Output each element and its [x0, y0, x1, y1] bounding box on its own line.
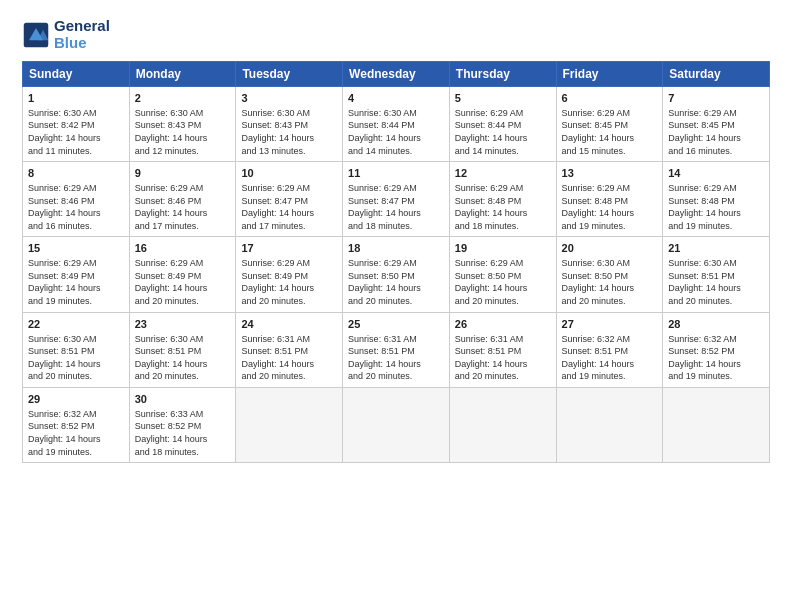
calendar-cell	[556, 387, 663, 462]
day-number: 16	[135, 241, 231, 256]
day-header-sunday: Sunday	[23, 62, 130, 87]
day-info: Sunrise: 6:29 AM Sunset: 8:48 PM Dayligh…	[455, 182, 551, 232]
day-header-monday: Monday	[129, 62, 236, 87]
calendar-cell: 7Sunrise: 6:29 AM Sunset: 8:45 PM Daylig…	[663, 87, 770, 162]
day-info: Sunrise: 6:29 AM Sunset: 8:49 PM Dayligh…	[135, 257, 231, 307]
day-info: Sunrise: 6:29 AM Sunset: 8:45 PM Dayligh…	[562, 107, 658, 157]
day-info: Sunrise: 6:30 AM Sunset: 8:51 PM Dayligh…	[28, 333, 124, 383]
day-info: Sunrise: 6:29 AM Sunset: 8:46 PM Dayligh…	[28, 182, 124, 232]
calendar-cell: 11Sunrise: 6:29 AM Sunset: 8:47 PM Dayli…	[343, 162, 450, 237]
calendar-cell: 17Sunrise: 6:29 AM Sunset: 8:49 PM Dayli…	[236, 237, 343, 312]
day-info: Sunrise: 6:29 AM Sunset: 8:48 PM Dayligh…	[562, 182, 658, 232]
calendar-cell: 5Sunrise: 6:29 AM Sunset: 8:44 PM Daylig…	[449, 87, 556, 162]
day-number: 30	[135, 392, 231, 407]
calendar-cell	[236, 387, 343, 462]
calendar-cell: 22Sunrise: 6:30 AM Sunset: 8:51 PM Dayli…	[23, 312, 130, 387]
day-info: Sunrise: 6:29 AM Sunset: 8:48 PM Dayligh…	[668, 182, 764, 232]
calendar-cell	[449, 387, 556, 462]
calendar-cell: 15Sunrise: 6:29 AM Sunset: 8:49 PM Dayli…	[23, 237, 130, 312]
calendar-cell: 8Sunrise: 6:29 AM Sunset: 8:46 PM Daylig…	[23, 162, 130, 237]
logo: General Blue	[22, 18, 110, 51]
calendar-cell: 26Sunrise: 6:31 AM Sunset: 8:51 PM Dayli…	[449, 312, 556, 387]
day-info: Sunrise: 6:31 AM Sunset: 8:51 PM Dayligh…	[241, 333, 337, 383]
day-info: Sunrise: 6:29 AM Sunset: 8:50 PM Dayligh…	[348, 257, 444, 307]
calendar-cell: 12Sunrise: 6:29 AM Sunset: 8:48 PM Dayli…	[449, 162, 556, 237]
calendar-cell: 20Sunrise: 6:30 AM Sunset: 8:50 PM Dayli…	[556, 237, 663, 312]
calendar-cell: 27Sunrise: 6:32 AM Sunset: 8:51 PM Dayli…	[556, 312, 663, 387]
day-number: 27	[562, 317, 658, 332]
day-number: 13	[562, 166, 658, 181]
day-info: Sunrise: 6:32 AM Sunset: 8:52 PM Dayligh…	[668, 333, 764, 383]
calendar-cell: 10Sunrise: 6:29 AM Sunset: 8:47 PM Dayli…	[236, 162, 343, 237]
calendar-cell: 13Sunrise: 6:29 AM Sunset: 8:48 PM Dayli…	[556, 162, 663, 237]
calendar-cell: 16Sunrise: 6:29 AM Sunset: 8:49 PM Dayli…	[129, 237, 236, 312]
day-number: 3	[241, 91, 337, 106]
day-info: Sunrise: 6:30 AM Sunset: 8:44 PM Dayligh…	[348, 107, 444, 157]
day-info: Sunrise: 6:29 AM Sunset: 8:46 PM Dayligh…	[135, 182, 231, 232]
day-info: Sunrise: 6:33 AM Sunset: 8:52 PM Dayligh…	[135, 408, 231, 458]
day-number: 2	[135, 91, 231, 106]
calendar-cell: 28Sunrise: 6:32 AM Sunset: 8:52 PM Dayli…	[663, 312, 770, 387]
day-header-tuesday: Tuesday	[236, 62, 343, 87]
day-info: Sunrise: 6:32 AM Sunset: 8:51 PM Dayligh…	[562, 333, 658, 383]
page: General Blue SundayMondayTuesdayWednesda…	[0, 0, 792, 612]
day-header-friday: Friday	[556, 62, 663, 87]
day-number: 23	[135, 317, 231, 332]
header: General Blue	[22, 18, 770, 51]
day-info: Sunrise: 6:29 AM Sunset: 8:47 PM Dayligh…	[241, 182, 337, 232]
day-info: Sunrise: 6:29 AM Sunset: 8:49 PM Dayligh…	[241, 257, 337, 307]
calendar-cell: 29Sunrise: 6:32 AM Sunset: 8:52 PM Dayli…	[23, 387, 130, 462]
day-info: Sunrise: 6:30 AM Sunset: 8:51 PM Dayligh…	[668, 257, 764, 307]
day-info: Sunrise: 6:31 AM Sunset: 8:51 PM Dayligh…	[455, 333, 551, 383]
day-number: 20	[562, 241, 658, 256]
day-number: 9	[135, 166, 231, 181]
day-number: 18	[348, 241, 444, 256]
calendar-cell	[663, 387, 770, 462]
day-info: Sunrise: 6:30 AM Sunset: 8:43 PM Dayligh…	[135, 107, 231, 157]
day-number: 1	[28, 91, 124, 106]
calendar-cell: 14Sunrise: 6:29 AM Sunset: 8:48 PM Dayli…	[663, 162, 770, 237]
day-number: 26	[455, 317, 551, 332]
day-number: 28	[668, 317, 764, 332]
calendar-cell: 30Sunrise: 6:33 AM Sunset: 8:52 PM Dayli…	[129, 387, 236, 462]
day-header-thursday: Thursday	[449, 62, 556, 87]
day-header-saturday: Saturday	[663, 62, 770, 87]
day-number: 7	[668, 91, 764, 106]
calendar-cell: 1Sunrise: 6:30 AM Sunset: 8:42 PM Daylig…	[23, 87, 130, 162]
calendar-cell: 6Sunrise: 6:29 AM Sunset: 8:45 PM Daylig…	[556, 87, 663, 162]
day-number: 22	[28, 317, 124, 332]
calendar-cell: 23Sunrise: 6:30 AM Sunset: 8:51 PM Dayli…	[129, 312, 236, 387]
day-info: Sunrise: 6:30 AM Sunset: 8:50 PM Dayligh…	[562, 257, 658, 307]
day-info: Sunrise: 6:30 AM Sunset: 8:51 PM Dayligh…	[135, 333, 231, 383]
day-number: 12	[455, 166, 551, 181]
day-number: 15	[28, 241, 124, 256]
calendar: SundayMondayTuesdayWednesdayThursdayFrid…	[22, 61, 770, 463]
calendar-cell: 4Sunrise: 6:30 AM Sunset: 8:44 PM Daylig…	[343, 87, 450, 162]
day-number: 5	[455, 91, 551, 106]
day-info: Sunrise: 6:30 AM Sunset: 8:42 PM Dayligh…	[28, 107, 124, 157]
day-info: Sunrise: 6:29 AM Sunset: 8:49 PM Dayligh…	[28, 257, 124, 307]
day-number: 24	[241, 317, 337, 332]
day-number: 21	[668, 241, 764, 256]
day-info: Sunrise: 6:30 AM Sunset: 8:43 PM Dayligh…	[241, 107, 337, 157]
day-info: Sunrise: 6:29 AM Sunset: 8:47 PM Dayligh…	[348, 182, 444, 232]
logo-icon	[22, 21, 50, 49]
calendar-cell: 2Sunrise: 6:30 AM Sunset: 8:43 PM Daylig…	[129, 87, 236, 162]
day-info: Sunrise: 6:31 AM Sunset: 8:51 PM Dayligh…	[348, 333, 444, 383]
calendar-cell: 21Sunrise: 6:30 AM Sunset: 8:51 PM Dayli…	[663, 237, 770, 312]
day-number: 4	[348, 91, 444, 106]
day-number: 10	[241, 166, 337, 181]
logo-text: General Blue	[54, 18, 110, 51]
calendar-cell: 19Sunrise: 6:29 AM Sunset: 8:50 PM Dayli…	[449, 237, 556, 312]
day-number: 25	[348, 317, 444, 332]
calendar-cell: 24Sunrise: 6:31 AM Sunset: 8:51 PM Dayli…	[236, 312, 343, 387]
calendar-cell	[343, 387, 450, 462]
day-number: 14	[668, 166, 764, 181]
calendar-cell: 18Sunrise: 6:29 AM Sunset: 8:50 PM Dayli…	[343, 237, 450, 312]
calendar-cell: 25Sunrise: 6:31 AM Sunset: 8:51 PM Dayli…	[343, 312, 450, 387]
day-number: 19	[455, 241, 551, 256]
day-number: 11	[348, 166, 444, 181]
day-number: 29	[28, 392, 124, 407]
day-info: Sunrise: 6:29 AM Sunset: 8:45 PM Dayligh…	[668, 107, 764, 157]
day-info: Sunrise: 6:32 AM Sunset: 8:52 PM Dayligh…	[28, 408, 124, 458]
